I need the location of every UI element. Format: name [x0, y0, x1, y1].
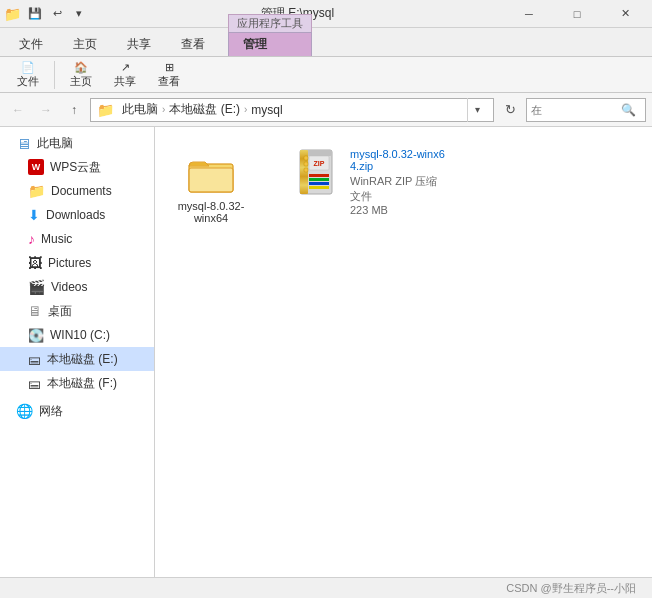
mysql-folder-item[interactable]: mysql-8.0.32-winx64 — [171, 143, 251, 229]
quick-down-btn[interactable]: ▾ — [69, 4, 89, 24]
forward-button[interactable]: → — [34, 98, 58, 122]
svg-rect-1 — [189, 168, 233, 192]
ribbon-btn-home[interactable]: 🏠 主页 — [61, 59, 101, 91]
breadcrumb-arrow-1: › — [162, 104, 165, 115]
ribbon-content: 📄 文件 🏠 主页 ↗ 共享 ⊞ 查看 — [0, 57, 652, 93]
address-folder-icon: 📁 — [97, 102, 114, 118]
ribbon-separator-1 — [54, 61, 55, 89]
drive-c-icon: 💽 — [28, 328, 44, 343]
folder-label: mysql-8.0.32-winx64 — [176, 200, 246, 224]
svg-rect-7 — [309, 178, 329, 181]
sidebar-item-win10[interactable]: 💽 WIN10 (C:) — [0, 323, 154, 347]
search-box: 🔍 — [526, 98, 646, 122]
quick-save-btn[interactable]: 💾 — [25, 4, 45, 24]
share-icon: ↗ — [121, 61, 130, 74]
svg-rect-12 — [304, 168, 308, 172]
search-input[interactable] — [531, 104, 621, 116]
address-dropdown-btn[interactable]: ▾ — [467, 98, 487, 122]
svg-rect-11 — [304, 162, 308, 166]
sidebar-item-local-f[interactable]: 🖴 本地磁盘 (F:) — [0, 371, 154, 395]
status-bar: CSDN @野生程序员--小阳 — [0, 577, 652, 598]
folder-icon-large — [187, 148, 235, 196]
ribbon-btn-file[interactable]: 📄 文件 — [8, 59, 48, 91]
network-icon: 🌐 — [16, 403, 33, 419]
maximize-button[interactable]: □ — [554, 0, 600, 28]
documents-icon: 📁 — [28, 183, 45, 199]
sidebar-item-music[interactable]: ♪ Music — [0, 227, 154, 251]
svg-rect-10 — [304, 156, 308, 160]
music-icon: ♪ — [28, 231, 35, 247]
address-bar: ← → ↑ 📁 此电脑 › 本地磁盘 (E:) › mysql ▾ ↻ 🔍 — [0, 93, 652, 127]
ribbon: 文件 主页 共享 查看 应用程序工具 管理 — [0, 28, 652, 57]
drive-f-icon: 🖴 — [28, 376, 41, 391]
breadcrumb-arrow-2: › — [244, 104, 247, 115]
breadcrumb-local-e[interactable]: 本地磁盘 (E:) — [169, 101, 240, 118]
content-area: mysql-8.0.32-winx64 — [155, 127, 652, 577]
sidebar-item-documents[interactable]: 📁 Documents — [0, 179, 154, 203]
tab-home[interactable]: 主页 — [58, 32, 112, 56]
minimize-button[interactable]: ─ — [506, 0, 552, 28]
ribbon-btn-share[interactable]: ↗ 共享 — [105, 59, 145, 91]
quick-access: 💾 ↩ ▾ — [25, 4, 89, 24]
svg-rect-8 — [309, 182, 329, 185]
zip-filename: mysql-8.0.32-winx64.zip — [350, 148, 446, 172]
sidebar-item-this-pc[interactable]: 🖥 此电脑 — [0, 131, 154, 155]
tab-file[interactable]: 文件 — [4, 32, 58, 56]
quick-undo-btn[interactable]: ↩ — [47, 4, 67, 24]
pictures-icon: 🖼 — [28, 255, 42, 271]
ribbon-tab-bar: 文件 主页 共享 查看 应用程序工具 管理 — [0, 28, 652, 56]
title-bar-left: 📁 💾 ↩ ▾ — [4, 4, 89, 24]
title-bar: 📁 💾 ↩ ▾ 管理 E:\mysql ─ □ ✕ — [0, 0, 652, 28]
sidebar-item-desktop[interactable]: 🖥 桌面 — [0, 299, 154, 323]
file-icon: 📄 — [21, 61, 35, 74]
zip-type-label: WinRAR ZIP 压缩文件 — [350, 174, 446, 204]
close-button[interactable]: ✕ — [602, 0, 648, 28]
breadcrumb-mysql[interactable]: mysql — [251, 103, 282, 117]
window-icon: 📁 — [4, 6, 21, 22]
sidebar-item-pictures[interactable]: 🖼 Pictures — [0, 251, 154, 275]
svg-rect-9 — [309, 186, 329, 189]
sidebar-item-local-e[interactable]: 🖴 本地磁盘 (E:) — [0, 347, 154, 371]
svg-rect-6 — [309, 174, 329, 177]
sidebar-item-wps[interactable]: W WPS云盘 — [0, 155, 154, 179]
back-button[interactable]: ← — [6, 98, 30, 122]
mysql-zip-item[interactable]: ZIP mysql-8.0.32-winx64.zip — [291, 143, 451, 221]
svg-text:ZIP: ZIP — [314, 160, 325, 167]
pc-icon: 🖥 — [16, 135, 31, 152]
sidebar-item-downloads[interactable]: ⬇ Downloads — [0, 203, 154, 227]
home-icon: 🏠 — [74, 61, 88, 74]
sidebar-item-videos[interactable]: 🎬 Videos — [0, 275, 154, 299]
wps-icon: W — [28, 159, 44, 175]
sidebar-item-network[interactable]: 🌐 网络 — [0, 399, 154, 423]
refresh-button[interactable]: ↻ — [498, 98, 522, 122]
address-input[interactable]: 📁 此电脑 › 本地磁盘 (E:) › mysql ▾ — [90, 98, 494, 122]
breadcrumb-this-pc[interactable]: 此电脑 — [122, 101, 158, 118]
zip-size-label: 223 MB — [350, 204, 446, 216]
winrar-zip-icon: ZIP — [296, 148, 344, 196]
tab-view[interactable]: 查看 — [166, 32, 220, 56]
zip-file-info: mysql-8.0.32-winx64.zip WinRAR ZIP 压缩文件 … — [350, 148, 446, 216]
window-controls: ─ □ ✕ — [506, 0, 648, 28]
search-icon[interactable]: 🔍 — [621, 103, 636, 117]
downloads-icon: ⬇ — [28, 207, 40, 223]
watermark-text: CSDN @野生程序员--小阳 — [506, 581, 636, 596]
desktop-icon: 🖥 — [28, 303, 42, 319]
tab-share[interactable]: 共享 — [112, 32, 166, 56]
main-layout: 🖥 此电脑 W WPS云盘 📁 Documents ⬇ Downloads ♪ … — [0, 127, 652, 577]
sidebar: 🖥 此电脑 W WPS云盘 📁 Documents ⬇ Downloads ♪ … — [0, 127, 155, 577]
view-icon: ⊞ — [165, 61, 174, 74]
videos-icon: 🎬 — [28, 279, 45, 295]
ribbon-btn-view[interactable]: ⊞ 查看 — [149, 59, 189, 91]
context-tab-label: 应用程序工具 — [228, 14, 312, 32]
up-button[interactable]: ↑ — [62, 98, 86, 122]
tab-manage[interactable]: 管理 — [228, 32, 312, 56]
drive-e-icon: 🖴 — [28, 352, 41, 367]
